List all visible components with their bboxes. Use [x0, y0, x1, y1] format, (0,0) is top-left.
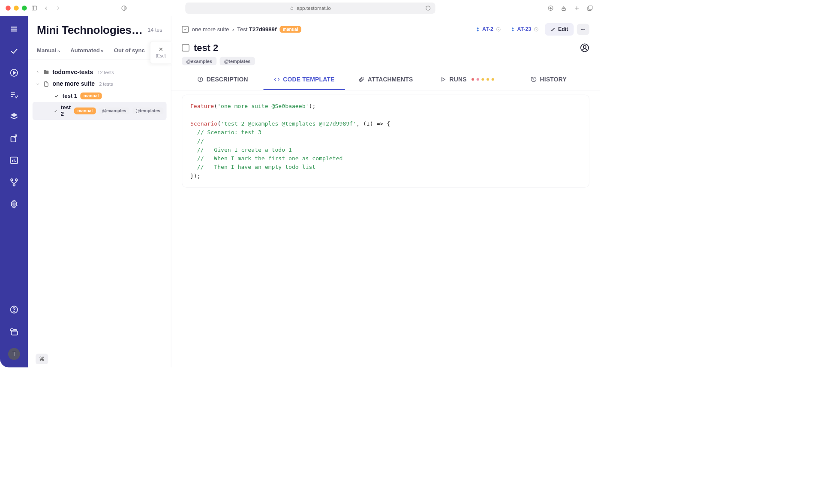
file-icon — [43, 81, 50, 87]
share-icon[interactable] — [559, 4, 568, 12]
sidebar: Mini Technologies We… 14 tes Manual5 Aut… — [28, 16, 171, 367]
svg-marker-14 — [13, 71, 15, 74]
play-circle-icon[interactable] — [9, 67, 19, 78]
remove-link-icon[interactable] — [534, 27, 539, 32]
svg-rect-9 — [589, 6, 592, 9]
remove-link-icon[interactable] — [496, 27, 501, 32]
nav-rail: T — [0, 16, 28, 367]
svg-rect-31 — [11, 331, 18, 335]
run-status-dots — [472, 78, 494, 81]
svg-point-44 — [583, 46, 586, 48]
chevron-down-icon — [36, 82, 40, 86]
suite-row[interactable]: one more suite 2 tests — [33, 78, 167, 90]
branch-icon[interactable] — [9, 177, 19, 188]
hamburger-icon[interactable] — [9, 24, 19, 34]
traffic-lights — [6, 6, 27, 11]
svg-point-41 — [583, 29, 583, 30]
svg-point-30 — [14, 311, 14, 312]
crumb-suite[interactable]: one more suite — [192, 26, 229, 33]
jira-link[interactable]: AT-2 — [472, 24, 504, 34]
tab-history[interactable]: HISTORY — [508, 70, 589, 90]
check-icon — [54, 93, 59, 99]
history-icon — [531, 76, 537, 83]
breadcrumb: one more suite › Test T27d9989f manual — [182, 26, 301, 33]
layers-icon[interactable] — [9, 111, 19, 122]
edit-button[interactable]: Edit — [545, 23, 574, 36]
jira-icon — [475, 27, 481, 32]
play-icon — [440, 76, 447, 83]
browser-chrome: app.testomat.io — [0, 0, 600, 16]
help-icon[interactable] — [9, 304, 19, 315]
manual-badge: manual — [280, 26, 301, 33]
svg-point-43 — [581, 44, 589, 51]
test-count: 14 tes — [148, 27, 162, 33]
info-icon — [197, 76, 204, 83]
detail-panel: [Esc] one more suite › Test T27d9989f ma… — [171, 16, 600, 367]
x-icon — [158, 47, 164, 52]
svg-point-25 — [11, 179, 13, 181]
url-text: app.testomat.io — [297, 5, 331, 11]
svg-point-28 — [13, 203, 15, 205]
projects-icon[interactable] — [9, 326, 19, 337]
pencil-icon — [550, 27, 556, 32]
reload-icon[interactable] — [425, 5, 431, 11]
nav-forward-icon[interactable] — [54, 4, 62, 12]
account-icon[interactable] — [580, 43, 589, 53]
svg-point-40 — [582, 29, 583, 30]
project-title: Mini Technologies We… — [37, 24, 143, 37]
svg-point-47 — [200, 78, 201, 78]
sidebar-toggle-icon[interactable] — [30, 4, 39, 12]
tab-description[interactable]: DESCRIPTION — [182, 70, 263, 90]
more-button[interactable] — [577, 24, 589, 35]
import-icon[interactable] — [9, 133, 19, 144]
svg-point-27 — [13, 184, 15, 186]
code-template[interactable]: Feature('one more suite @Se0baaeeb'); Sc… — [182, 95, 589, 188]
tab-attachments[interactable]: ATTACHMENTS — [345, 70, 427, 90]
status-checkbox[interactable] — [182, 44, 189, 51]
analytics-icon[interactable] — [9, 155, 19, 166]
close-window[interactable] — [6, 6, 11, 11]
tab-code-template[interactable]: CODE TEMPLATE — [263, 70, 345, 90]
shield-icon[interactable] — [120, 4, 128, 12]
test-row[interactable]: test 1 manual — [33, 90, 167, 102]
tag-badge[interactable]: @templates — [132, 108, 163, 114]
tag-badge[interactable]: @examples — [99, 108, 129, 114]
svg-marker-48 — [442, 78, 445, 81]
manual-badge: manual — [80, 93, 102, 99]
folder-icon — [43, 69, 50, 75]
svg-marker-18 — [11, 113, 18, 117]
svg-point-26 — [15, 179, 18, 181]
download-icon[interactable] — [546, 4, 555, 12]
maximize-window[interactable] — [22, 6, 27, 11]
checklist-icon[interactable] — [9, 89, 19, 100]
settings-gear-icon[interactable] — [9, 199, 19, 210]
command-key-hint[interactable]: ⌘ — [36, 354, 48, 364]
new-tab-icon[interactable] — [573, 4, 581, 12]
close-panel-button[interactable]: [Esc] — [150, 41, 171, 63]
jira-link[interactable]: AT-23 — [507, 24, 542, 34]
checkbox-icon[interactable] — [182, 26, 189, 33]
user-avatar[interactable]: T — [8, 348, 20, 360]
manual-badge: manual — [74, 108, 96, 114]
code-icon — [273, 76, 280, 83]
minimize-window[interactable] — [14, 6, 19, 11]
dots-icon — [580, 27, 586, 32]
check-icon — [54, 109, 57, 113]
svg-rect-3 — [291, 8, 293, 10]
test-title: test 2 — [194, 42, 218, 53]
tab-automated[interactable]: Automated9 — [70, 48, 103, 60]
tabs-icon[interactable] — [586, 4, 594, 12]
crumb-test-id: T27d9989f — [249, 26, 276, 33]
suite-row[interactable]: todomvc-tests 12 tests — [33, 66, 167, 78]
lock-icon — [290, 6, 294, 10]
nav-back-icon[interactable] — [42, 4, 51, 12]
tab-out-of-sync[interactable]: Out of sync — [114, 48, 145, 60]
test-row-selected[interactable]: test 2 manual @examples @templates — [33, 102, 167, 120]
tag-badge[interactable]: @examples — [182, 57, 216, 66]
chevron-right-icon — [36, 70, 40, 74]
check-icon[interactable] — [9, 45, 19, 56]
tab-manual[interactable]: Manual5 — [37, 48, 60, 60]
tag-badge[interactable]: @templates — [219, 57, 255, 66]
address-bar[interactable]: app.testomat.io — [185, 3, 435, 14]
tab-runs[interactable]: RUNS — [427, 70, 508, 90]
